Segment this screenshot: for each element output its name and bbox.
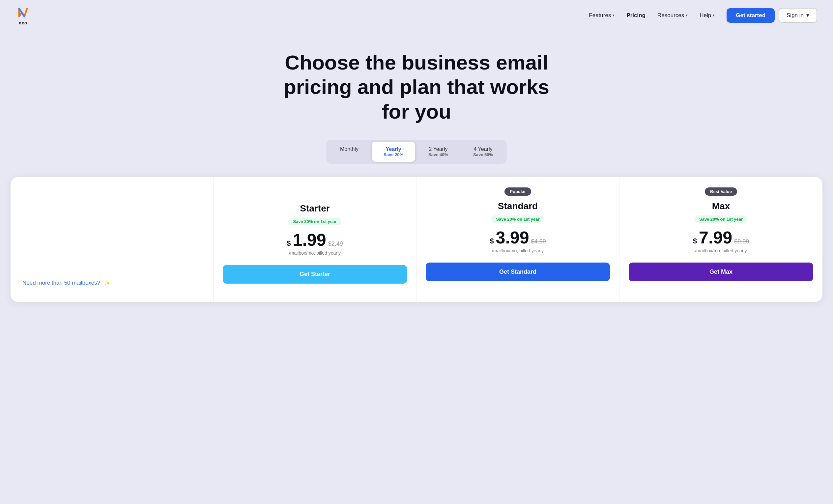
mailboxes-link-area: Need more than 50 mailboxes? ✨ [22, 280, 201, 286]
toggle-4yearly-save: Save 50% [473, 152, 493, 157]
starter-price: 1.99 [293, 231, 326, 248]
nav-features[interactable]: Features ▾ [589, 12, 615, 19]
toggle-monthly[interactable]: Monthly [328, 142, 371, 162]
nav-links: Features ▾ Pricing Resources ▾ Help ▾ [589, 12, 715, 19]
get-starter-button[interactable]: Get Starter [223, 265, 407, 284]
max-save-tag: Save 20% on 1st year [695, 215, 747, 223]
toggle-2yearly-label: 2 Yearly [429, 146, 448, 152]
standard-currency: $ [490, 237, 494, 245]
standard-original-price: $4.99 [531, 238, 546, 245]
toggle-2yearly-save: Save 40% [428, 152, 448, 157]
toggle-yearly[interactable]: Yearly Save 20% [372, 142, 415, 162]
toggle-yearly-label: Yearly [385, 146, 401, 152]
max-plan-name: Max [712, 201, 730, 212]
hero-section: Choose the business email pricing and pl… [0, 31, 833, 177]
pricing-cards: Need more than 50 mailboxes? ✨ Starter S… [10, 177, 823, 302]
left-panel: Need more than 50 mailboxes? ✨ [10, 177, 214, 302]
standard-price-detail: /mailbox/mo, billed yearly [492, 248, 544, 253]
max-original-price: $9.99 [734, 238, 749, 245]
chevron-down-icon: ▾ [713, 13, 715, 18]
nav-resources[interactable]: Resources ▾ [657, 12, 688, 19]
svg-rect-0 [16, 5, 30, 20]
get-started-button[interactable]: Get started [727, 8, 775, 23]
nav-pricing[interactable]: Pricing [626, 12, 645, 19]
popular-badge: Popular [504, 187, 531, 196]
sign-in-button[interactable]: Sign in ▾ [779, 8, 817, 23]
standard-price: 3.99 [496, 229, 529, 246]
pricing-section: Need more than 50 mailboxes? ✨ Starter S… [0, 177, 833, 318]
starter-original-price: $2.49 [328, 240, 343, 247]
nav-help[interactable]: Help ▾ [699, 12, 715, 19]
max-currency: $ [693, 237, 697, 245]
billing-toggle: Monthly Yearly Save 20% 2 Yearly Save 40… [326, 140, 507, 164]
chevron-down-icon: ▾ [686, 13, 688, 18]
max-price: 7.99 [699, 229, 732, 246]
logo[interactable]: neo [16, 5, 30, 25]
starter-plan-name: Starter [300, 203, 330, 214]
sparkle-icon: ✨ [104, 280, 111, 286]
standard-save-tag: Save 20% on 1st year [491, 215, 544, 223]
standard-price-row: $ 3.99 $4.99 [490, 229, 546, 246]
hero-title: Choose the business email pricing and pl… [268, 50, 565, 124]
starter-price-detail: /mailbox/mo, billed yearly [289, 250, 341, 256]
brand-name: neo [19, 20, 27, 25]
starter-save-tag: Save 20% on 1st year [288, 218, 341, 225]
max-price-row: $ 7.99 $9.99 [693, 229, 749, 246]
get-max-button[interactable]: Get Max [629, 263, 813, 281]
chevron-down-icon: ▾ [806, 12, 809, 19]
standard-card: Popular Standard Save 20% on 1st year $ … [416, 177, 619, 302]
starter-price-row: $ 1.99 $2.49 [287, 231, 343, 248]
navbar: neo Features ▾ Pricing Resources ▾ Help … [0, 0, 833, 31]
starter-card: Starter Save 20% on 1st year $ 1.99 $2.4… [214, 177, 416, 302]
standard-plan-name: Standard [498, 201, 538, 212]
toggle-yearly-save: Save 20% [384, 152, 403, 157]
best-value-badge: Best Value [705, 187, 737, 196]
max-card: Best Value Max Save 20% on 1st year $ 7.… [619, 177, 823, 302]
get-standard-button[interactable]: Get Standard [426, 263, 610, 281]
chevron-down-icon: ▾ [613, 13, 615, 18]
toggle-monthly-label: Monthly [340, 146, 358, 152]
toggle-2yearly[interactable]: 2 Yearly Save 40% [416, 142, 460, 162]
toggle-4yearly-label: 4 Yearly [474, 146, 493, 152]
max-price-detail: /mailbox/mo, billed yearly [695, 248, 747, 253]
mailboxes-link[interactable]: Need more than 50 mailboxes? [22, 280, 102, 286]
starter-currency: $ [287, 239, 291, 248]
toggle-4yearly[interactable]: 4 Yearly Save 50% [461, 142, 505, 162]
